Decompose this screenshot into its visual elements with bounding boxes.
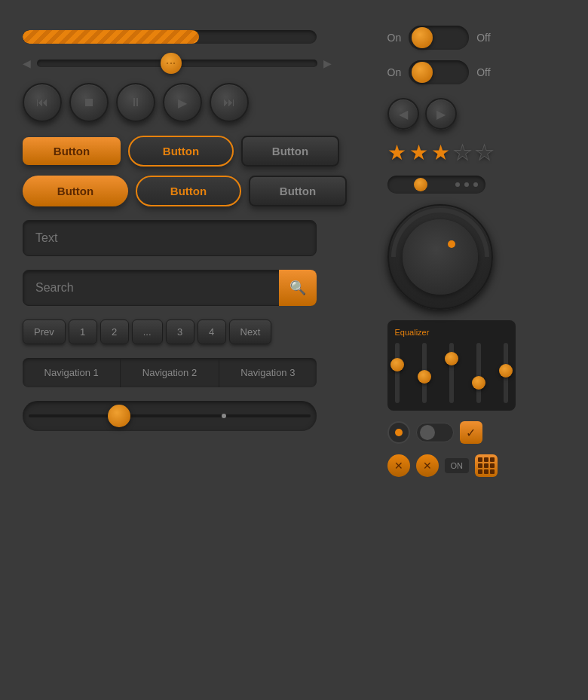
bottom-controls-row-1: ✓	[387, 421, 565, 444]
text-input-wrapper	[23, 220, 372, 256]
right-media-prev[interactable]: ◀	[387, 98, 419, 130]
bottom-controls-row-2: ✕ ✕ ON	[387, 454, 565, 477]
small-dot-1	[455, 182, 460, 187]
grid-dot-7	[478, 469, 482, 474]
button-dark-2[interactable]: Button	[249, 176, 347, 206]
grid-dot-5	[484, 463, 488, 468]
grid-dot-2	[484, 457, 488, 462]
eq-knob-3[interactable]	[445, 352, 458, 365]
eq-knob-4[interactable]	[472, 376, 485, 390]
search-button[interactable]: 🔍	[279, 270, 317, 306]
toggle-switch-2[interactable]	[409, 60, 469, 84]
small-dots	[455, 182, 478, 187]
left-panel: ◀ ▶ ⏮ ⏹ ⏸ ▶ ⏭ Button Button Button Butto…	[23, 23, 372, 477]
media-next-btn[interactable]: ⏭	[210, 83, 249, 122]
eq-track-4[interactable]	[476, 343, 481, 403]
star-3[interactable]: ★	[431, 140, 450, 165]
eq-col-5	[504, 343, 508, 403]
on-label: ON	[445, 458, 470, 473]
button-orange-outline-2[interactable]: Button	[136, 176, 241, 206]
eq-knob-5[interactable]	[499, 364, 513, 378]
eq-col-3	[449, 343, 454, 403]
eq-knob-1[interactable]	[390, 358, 404, 371]
bottom-slider-thumb[interactable]	[108, 405, 130, 427]
button-orange-solid-2[interactable]: Button	[23, 176, 128, 206]
slider-thumb[interactable]	[161, 53, 182, 74]
button-dark-1[interactable]: Button	[241, 136, 339, 167]
star-2[interactable]: ★	[409, 140, 428, 165]
eq-track-3[interactable]	[449, 343, 454, 403]
pagination-page-4[interactable]: 4	[198, 319, 226, 344]
media-stop-btn[interactable]: ⏹	[69, 83, 109, 122]
grid-dot-1	[478, 457, 482, 462]
right-media-next[interactable]: ▶	[425, 98, 457, 130]
media-play-btn[interactable]: ▶	[163, 83, 202, 122]
toggle-small-1[interactable]	[416, 423, 454, 442]
right-media-controls: ◀ ▶	[387, 98, 565, 130]
toggle-switch-1[interactable]	[409, 26, 469, 50]
grid-dot-8	[484, 469, 488, 474]
pagination-prev[interactable]: Prev	[23, 319, 66, 344]
eq-col-2	[422, 343, 427, 403]
toggle1-off-label: Off	[476, 32, 490, 44]
eq-knob-2[interactable]	[418, 370, 431, 384]
star-1[interactable]: ★	[387, 140, 406, 165]
navigation-tabs: Navigation 1 Navigation 2 Navigation 3	[23, 358, 317, 387]
radio-inner-1	[395, 429, 403, 436]
slider-track[interactable]	[37, 60, 317, 67]
media-prev-btn[interactable]: ⏮	[23, 83, 62, 122]
pagination-next[interactable]: Next	[229, 319, 272, 344]
star-5[interactable]: ★	[475, 140, 494, 165]
toggle-row-2: On Off	[387, 60, 565, 84]
slider-left-arrow[interactable]: ◀	[23, 57, 31, 69]
radio-button-1[interactable]	[387, 421, 410, 444]
nav-tab-2[interactable]: Navigation 2	[121, 358, 219, 387]
toggle-row-1: On Off	[387, 26, 565, 50]
stars-rating[interactable]: ★ ★ ★ ★ ★	[387, 140, 565, 165]
toggle-small-knob	[420, 425, 435, 440]
button-orange-outline-1[interactable]: Button	[128, 136, 234, 167]
toggle-knob-2	[412, 62, 433, 83]
eq-col-4	[476, 343, 481, 403]
grid-btn[interactable]	[475, 454, 498, 477]
media-controls: ⏮ ⏹ ⏸ ▶ ⏭	[23, 83, 372, 122]
close-btn-2[interactable]: ✕	[416, 454, 439, 477]
grid-dot-3	[490, 457, 495, 462]
toggle2-off-label: Off	[476, 66, 490, 78]
toggle2-on-label: On	[387, 66, 402, 78]
nav-tab-1[interactable]: Navigation 1	[23, 358, 121, 387]
pagination: Prev 1 2 ... 3 4 Next	[23, 319, 372, 344]
close-btn-1[interactable]: ✕	[387, 454, 410, 477]
eq-track-1[interactable]	[395, 343, 400, 403]
knob-dial[interactable]	[387, 204, 493, 310]
knob-dot	[448, 240, 455, 248]
range-slider-section: ◀ ▶	[23, 57, 332, 69]
bottom-slider[interactable]	[23, 401, 317, 431]
media-pause-btn[interactable]: ⏸	[116, 83, 155, 122]
checkbox-btn-1[interactable]: ✓	[460, 421, 482, 444]
grid-dot-4	[478, 463, 482, 468]
pagination-page-2[interactable]: 2	[100, 319, 129, 344]
slider-right-arrow[interactable]: ▶	[323, 57, 332, 69]
grid-dot-9	[490, 469, 495, 474]
eq-track-5[interactable]	[504, 343, 508, 403]
pagination-page-3[interactable]: 3	[166, 319, 194, 344]
search-input[interactable]	[23, 270, 317, 306]
small-toggle-knob	[414, 178, 427, 191]
button-orange-solid-1[interactable]: Button	[23, 137, 121, 165]
bottom-slider-dot	[222, 414, 226, 418]
knob-inner	[403, 219, 478, 295]
progress-fill	[23, 30, 199, 44]
text-input[interactable]	[23, 220, 317, 256]
star-4[interactable]: ★	[453, 140, 472, 165]
pagination-page-1[interactable]: 1	[69, 319, 97, 344]
pagination-ellipsis: ...	[132, 319, 163, 344]
small-toggle-bar[interactable]	[387, 176, 485, 194]
search-wrapper: 🔍	[23, 270, 317, 306]
eq-sliders	[395, 343, 508, 403]
nav-tab-3[interactable]: Navigation 3	[219, 358, 317, 387]
eq-title: Equalizer	[395, 328, 508, 337]
eq-track-2[interactable]	[422, 343, 427, 403]
small-dot-3	[473, 182, 478, 187]
progress-track[interactable]	[23, 30, 317, 44]
